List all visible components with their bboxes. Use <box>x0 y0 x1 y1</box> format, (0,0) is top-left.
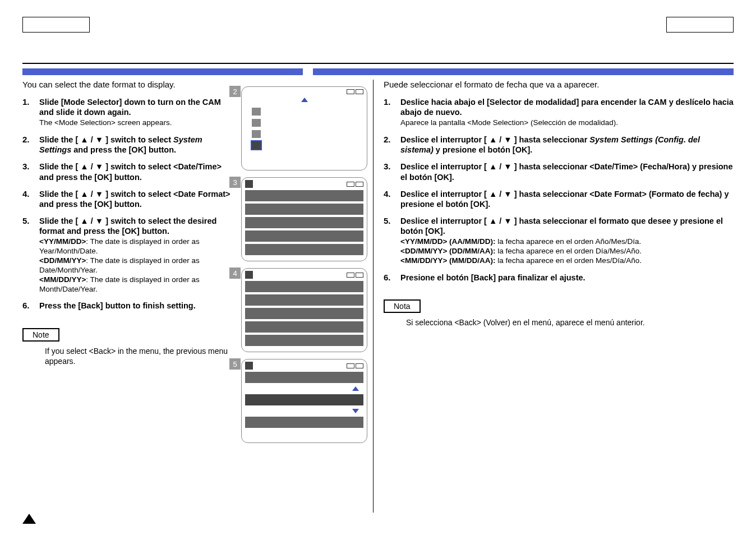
menu-row <box>245 321 363 333</box>
menu-row <box>245 244 363 255</box>
file-icon <box>252 130 261 138</box>
horizontal-rule <box>22 63 734 64</box>
step-main: Presione el botón [Back] para finalizar … <box>400 273 586 282</box>
shot-number: 3 <box>229 177 241 188</box>
step-sub: The <Mode Selection> screen appears. <box>39 118 234 128</box>
step-num: 4. <box>22 189 39 209</box>
device-screenshot-3: 3 <box>241 177 367 261</box>
menu-row <box>245 335 363 346</box>
step-main: Press the [Back] button to finish settin… <box>39 301 196 310</box>
step-sub: <YY/MM/DD>: The date is displayed in ord… <box>39 237 234 294</box>
menu-row <box>245 417 363 428</box>
menu-row <box>245 230 363 242</box>
menu-row <box>245 190 363 201</box>
mic-icon <box>252 119 261 127</box>
step-num: 3. <box>22 162 39 182</box>
step-num: 4. <box>384 189 400 209</box>
shot-number: 4 <box>229 268 241 279</box>
step-main: Deslice el interruptor [ ▲ / ▼ ] hasta s… <box>400 162 733 181</box>
step-num: 5. <box>22 216 39 294</box>
down-arrow-icon <box>352 409 359 413</box>
settings-icon <box>245 180 253 188</box>
shot-number: 5 <box>229 358 241 370</box>
menu-row <box>245 372 363 383</box>
step-main: Slide the [ ▲ / ▼ ] switch to select the… <box>39 216 216 236</box>
device-screenshot-4: 4 <box>241 268 367 352</box>
music-icon <box>252 108 261 116</box>
note-label-es: Nota <box>384 299 421 313</box>
note-text-es: Si selecciona <Back> (Volver) en el menú… <box>384 317 734 328</box>
note-text-en: If you select <Back> in the menu, the pr… <box>22 346 234 367</box>
steps-es: 1. Deslice hacia abajo el [Selector de m… <box>384 97 734 283</box>
settings-icon <box>245 362 253 370</box>
step-main: Slide the [ ▲ / ▼ ] switch to select <Da… <box>39 162 222 181</box>
step-sub: <YY/MM/DD> (AA/MM/DD): la fecha aparece … <box>400 237 734 266</box>
section-bar-left <box>22 68 303 75</box>
step-main: Deslice el interruptor [ ▲ / ▼ ] hasta s… <box>400 135 700 154</box>
step-num: 1. <box>22 97 39 128</box>
header-box-left <box>22 17 90 33</box>
intro-en: You can select the date format to displa… <box>22 80 234 89</box>
device-screenshot-2: 2 <box>241 86 367 170</box>
menu-row <box>245 281 363 292</box>
step-num: 5. <box>384 216 400 266</box>
step-main: Deslice el interruptor [ ▲ / ▼ ] hasta s… <box>400 216 723 236</box>
step-main: Slide [Mode Selector] down to turn on th… <box>39 98 221 117</box>
note-label-en: Note <box>22 328 59 342</box>
step-main: Slide the [ ▲ / ▼ ] switch to select Sys… <box>39 135 202 154</box>
menu-row <box>245 217 363 228</box>
page-corner-triangle-icon <box>22 514 36 524</box>
shot-number: 2 <box>229 86 241 97</box>
step-num: 2. <box>22 135 39 155</box>
step-num: 3. <box>384 162 400 182</box>
header-box-right <box>666 17 734 33</box>
step-main: Slide the [ ▲ / ▼ ] switch to select <Da… <box>39 190 231 209</box>
up-arrow-icon <box>301 98 308 102</box>
intro-es: Puede seleccionar el formato de fecha qu… <box>384 80 734 89</box>
steps-en: 1. Slide [Mode Selector] down to turn on… <box>22 97 234 311</box>
menu-row <box>245 204 363 215</box>
settings-icon <box>245 271 253 279</box>
step-num: 6. <box>384 273 400 283</box>
menu-row-selected <box>245 394 363 405</box>
step-main: Deslice el interruptor [ ▲ / ▼ ] hasta s… <box>400 190 729 209</box>
step-main: Deslice hacia abajo el [Selector de moda… <box>400 98 734 117</box>
settings-icon <box>252 141 261 149</box>
step-num: 1. <box>384 97 400 128</box>
up-arrow-icon <box>352 386 359 391</box>
step-num: 2. <box>384 135 400 155</box>
section-bar-right <box>313 68 734 75</box>
device-screenshot-5: 5 <box>241 359 367 443</box>
step-num: 6. <box>22 301 39 311</box>
menu-row <box>245 308 363 319</box>
step-sub: Aparece la pantalla <Mode Selection> (Se… <box>400 118 734 128</box>
menu-row <box>245 294 363 306</box>
